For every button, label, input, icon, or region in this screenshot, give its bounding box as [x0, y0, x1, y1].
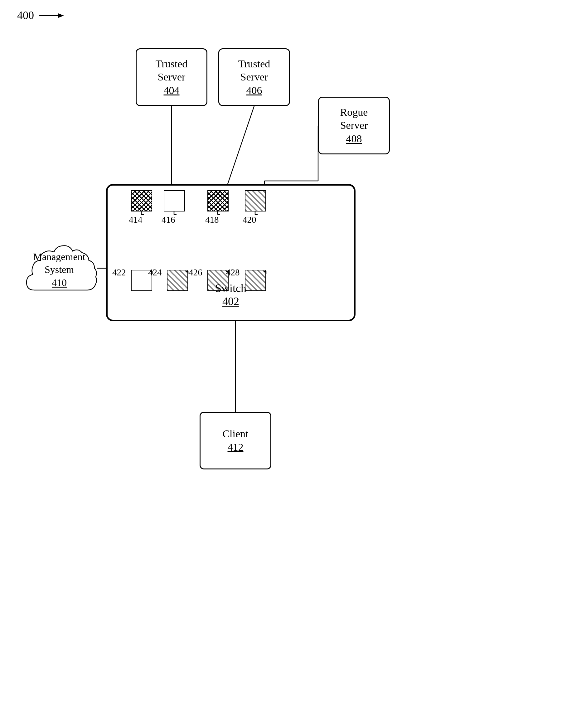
client-412: Client 412: [200, 412, 271, 469]
client-id: 412: [228, 441, 243, 454]
port-420-label: 420: [243, 215, 256, 225]
switch-text: Switch: [215, 282, 246, 294]
diagram: 400 TrustedServer 404 TrustedServer 406 …: [0, 0, 581, 728]
svg-marker-8: [58, 14, 64, 18]
rogue-server-408: RogueServer 408: [318, 97, 390, 154]
port-420: [245, 190, 266, 211]
port-418-label: 418: [205, 215, 219, 225]
trusted-server-406: TrustedServer 406: [218, 48, 290, 106]
management-label: ManagementSystem 410: [33, 251, 85, 289]
switch-402: 414 416 418 420 422: [106, 184, 355, 321]
rogue-server-408-id: 408: [346, 132, 362, 146]
trusted-server-406-label: TrustedServer: [238, 57, 270, 84]
port-416: [164, 190, 185, 211]
port-428: [245, 270, 266, 291]
port-424-label: 424: [148, 267, 162, 278]
svg-line-1: [226, 106, 254, 189]
port-418: [207, 190, 229, 211]
port-414: [131, 190, 152, 211]
port-416-label: 416: [162, 215, 175, 225]
management-system-410: ManagementSystem 410: [17, 228, 101, 309]
figure-number: 400: [17, 9, 34, 22]
switch-label: Switch 402: [215, 282, 246, 308]
trusted-server-404-label: TrustedServer: [156, 57, 188, 84]
management-id: 410: [52, 277, 67, 288]
port-428-label: 428: [226, 267, 240, 278]
figure-label: 400: [17, 9, 64, 22]
port-424: [167, 270, 188, 291]
switch-id: 402: [222, 295, 239, 308]
trusted-server-406-id: 406: [246, 84, 262, 97]
port-414-label: 414: [129, 215, 142, 225]
trusted-server-404: TrustedServer 404: [136, 48, 207, 106]
port-422-label: 422: [112, 267, 126, 278]
rogue-server-408-label: RogueServer: [340, 106, 368, 132]
client-label: Client: [222, 427, 248, 441]
port-426-label: 426: [189, 267, 203, 278]
connection-lines: [0, 0, 581, 728]
trusted-server-404-id: 404: [164, 84, 180, 97]
